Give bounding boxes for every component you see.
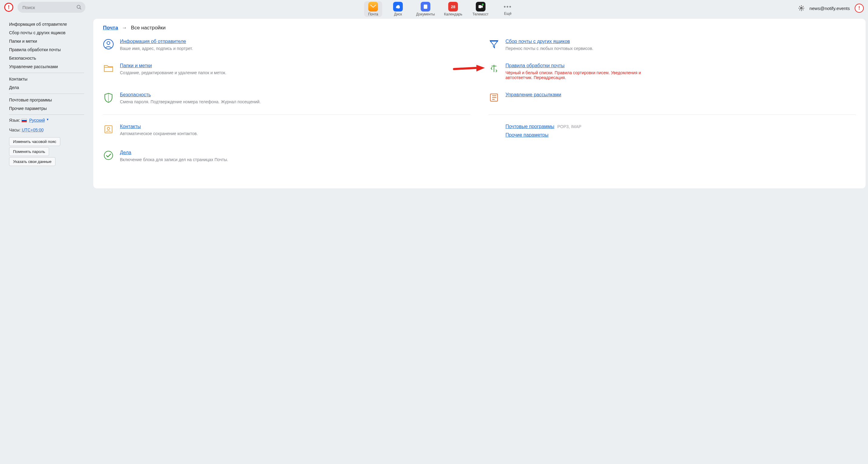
sidebar-item-sender[interactable]: Информация об отправителе <box>4 20 89 28</box>
service-label: Почта <box>368 12 378 17</box>
service-label: Ещё <box>504 11 512 16</box>
search-icon[interactable] <box>76 4 82 10</box>
funnel-icon <box>489 39 499 50</box>
service-label: Документы <box>416 12 435 17</box>
card-sender-desc: Ваше имя, адрес, подпись и портрет. <box>120 46 193 51</box>
sidebar-item-collect[interactable]: Сбор почты с других ящиков <box>4 28 89 37</box>
card-todo: Дела Включение блока для записи дел на с… <box>103 150 470 162</box>
arrow-right-icon: → <box>122 25 127 31</box>
sidebar-item-todo[interactable]: Дела <box>4 83 89 92</box>
breadcrumb-current: Все настройки <box>131 25 165 31</box>
clock-label: Часы: <box>9 127 21 132</box>
calendar-badge: 28 <box>451 4 455 9</box>
card-folders-desc: Создание, редактирование и удаление папо… <box>120 70 226 75</box>
sidebar-item-clients[interactable]: Почтовые программы <box>4 96 89 104</box>
search-wrap <box>18 2 85 13</box>
svg-marker-11 <box>476 65 485 71</box>
disk-icon <box>393 2 403 11</box>
enter-data-button[interactable]: Указать свои данные <box>9 157 55 166</box>
card-sender: Информация об отправителе Ваше имя, адре… <box>103 39 470 51</box>
card-rules: Правила обработки почты Чёрный и белый с… <box>489 63 856 80</box>
sidebar-item-rules[interactable]: Правила обработки почты <box>4 45 89 54</box>
breadcrumb-root[interactable]: Почта <box>103 25 118 31</box>
divider <box>9 73 84 73</box>
language-value[interactable]: Русский <box>29 118 45 123</box>
language-row: Язык: Русский ▼ <box>4 117 89 124</box>
page: Информация об отправителе Сбор почты с д… <box>0 18 868 188</box>
sidebar: Информация об отправителе Сбор почты с д… <box>2 19 91 188</box>
flag-ru-icon <box>22 119 27 122</box>
card-contacts: Контакты Автоматическое сохранение конта… <box>103 115 470 138</box>
card-other-link[interactable]: Прочие параметры <box>505 132 549 137</box>
main-panel: Почта → Все настройки Информация об отпр… <box>93 19 866 188</box>
card-rules-desc: Чёрный и белый списки. Правила сортировк… <box>505 70 651 80</box>
telemost-icon <box>476 2 486 11</box>
newspaper-icon <box>489 92 499 103</box>
svg-point-18 <box>104 151 113 160</box>
svg-rect-4 <box>478 5 482 8</box>
header-left: ! <box>4 2 85 13</box>
card-collect-desc: Перенос почты с любых почтовых сервисов. <box>505 46 593 51</box>
sidebar-item-folders[interactable]: Папки и метки <box>4 37 89 45</box>
avatar[interactable]: ! <box>855 4 864 13</box>
service-label: Телемост <box>472 12 489 17</box>
user-circle-icon <box>103 39 114 50</box>
sidebar-item-security[interactable]: Безопасность <box>4 54 89 62</box>
service-calendar[interactable]: 28 Календарь <box>444 2 462 17</box>
card-todo-desc: Включение блока для записи дел на страни… <box>120 157 228 162</box>
card-clients-link[interactable]: Почтовые программы <box>505 124 554 129</box>
service-more[interactable]: ••• Ещё <box>499 2 517 17</box>
clock-row: Часы: UTC+05:00 <box>4 126 89 133</box>
sidebar-item-contacts[interactable]: Контакты <box>4 75 89 83</box>
card-contacts-link[interactable]: Контакты <box>120 124 141 129</box>
contact-card-icon <box>103 124 114 135</box>
service-telemost[interactable]: Телемост <box>471 2 490 17</box>
user-email[interactable]: news@notify.events <box>810 6 850 11</box>
svg-rect-3 <box>424 4 427 9</box>
card-subs-link[interactable]: Управление рассылками <box>505 92 561 97</box>
card-rules-link[interactable]: Правила обработки почты <box>505 63 564 68</box>
card-folders-link[interactable]: Папки и метки <box>120 63 152 68</box>
change-timezone-button[interactable]: Изменить часовой пояс <box>9 137 60 146</box>
card-clients-extra: POP3, IMAP <box>557 124 581 129</box>
service-label: Диск <box>394 12 402 17</box>
search-input[interactable] <box>18 2 85 13</box>
card-collect-link[interactable]: Сбор почты с других ящиков <box>505 39 570 44</box>
card-subs: Управление рассылками <box>489 92 856 104</box>
logo-icon[interactable]: ! <box>4 3 13 12</box>
shield-icon <box>103 92 114 103</box>
svg-point-17 <box>107 127 110 130</box>
docs-icon <box>421 2 430 11</box>
service-docs[interactable]: Документы <box>416 2 435 17</box>
chevron-down-icon[interactable]: ▼ <box>46 118 49 121</box>
header-right: news@notify.events ! <box>798 2 864 13</box>
service-mail[interactable]: Почта <box>364 1 382 17</box>
card-todo-link[interactable]: Дела <box>120 150 131 155</box>
settings-grid: Информация об отправителе Ваше имя, адре… <box>103 39 856 162</box>
divider <box>9 94 84 94</box>
card-security: Безопасность Смена пароля. Подтверждение… <box>103 92 470 104</box>
mail-icon <box>368 2 378 11</box>
card-collect: Сбор почты с других ящиков Перенос почты… <box>489 39 856 51</box>
more-icon: ••• <box>504 2 512 11</box>
services-nav: Почта Диск Документы 28 Календарь <box>85 2 798 17</box>
folder-icon <box>103 63 114 74</box>
sidebar-item-subs[interactable]: Управление рассылками <box>4 62 89 71</box>
card-security-link[interactable]: Безопасность <box>120 92 151 97</box>
card-sender-link[interactable]: Информация об отправителе <box>120 39 186 44</box>
rules-icon <box>489 63 499 74</box>
card-clients: Почтовые программы POP3, IMAP Прочие пар… <box>489 115 856 138</box>
service-disk[interactable]: Диск <box>389 2 407 17</box>
header: ! Почта Диск <box>0 0 868 18</box>
svg-point-5 <box>801 7 802 9</box>
svg-point-0 <box>77 5 80 8</box>
card-folders: Папки и метки Создание, редактирование и… <box>103 63 470 80</box>
sidebar-item-other[interactable]: Прочие параметры <box>4 104 89 113</box>
svg-line-1 <box>80 8 81 9</box>
gear-icon[interactable] <box>798 5 805 11</box>
clock-value[interactable]: UTC+05:00 <box>22 127 43 132</box>
card-contacts-desc: Автоматическое сохранение контактов. <box>120 131 198 136</box>
card-security-desc: Смена пароля. Подтверждение номера телеф… <box>120 99 261 104</box>
language-label: Язык: <box>9 118 20 123</box>
change-password-button[interactable]: Поменять пароль <box>9 147 49 156</box>
